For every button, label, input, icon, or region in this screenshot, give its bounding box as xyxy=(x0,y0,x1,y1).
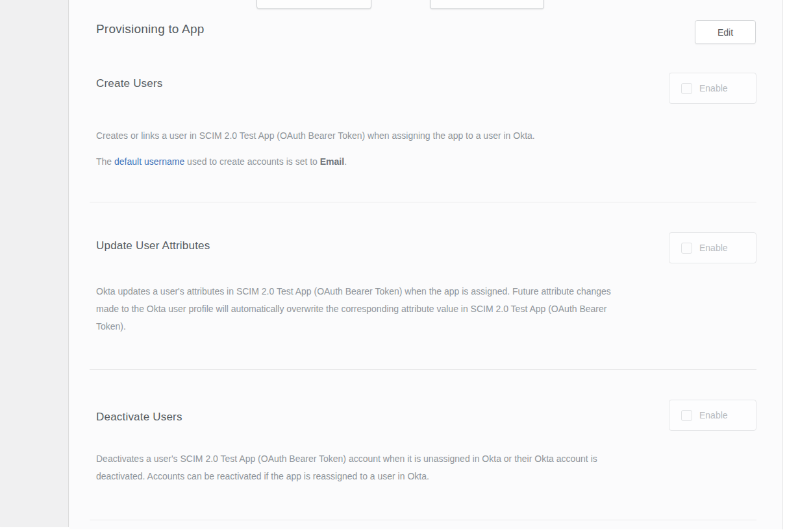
enable-checkbox-update-user-attributes[interactable] xyxy=(681,243,692,254)
enable-label: Enable xyxy=(699,410,728,420)
provisioning-settings-page: Provisioning to App Edit Create Users En… xyxy=(0,0,787,532)
left-sidebar-strip xyxy=(0,0,69,527)
section-title-create-users: Create Users xyxy=(96,77,163,90)
cropped-input-box-right[interactable] xyxy=(430,0,544,9)
default-username-link[interactable]: default username xyxy=(114,156,184,167)
enable-label: Enable xyxy=(699,83,728,93)
cropped-input-box-left[interactable] xyxy=(256,0,371,9)
username-value: Email xyxy=(320,156,344,167)
enable-checkbox-deactivate-users[interactable] xyxy=(681,410,692,421)
enable-toggle-create-users[interactable]: Enable xyxy=(669,73,756,104)
section-title-update-user-attributes: Update User Attributes xyxy=(96,239,210,252)
edit-button[interactable]: Edit xyxy=(695,20,756,44)
section-divider xyxy=(90,202,756,202)
enable-toggle-deactivate-users[interactable]: Enable xyxy=(669,400,756,431)
update-user-attributes-description: Okta updates a user's attributes in SCIM… xyxy=(96,283,779,335)
enable-toggle-update-user-attributes[interactable]: Enable xyxy=(669,232,756,263)
create-users-username-line: The default username used to create acco… xyxy=(96,153,779,171)
enable-label: Enable xyxy=(699,243,728,253)
username-line-middle: used to create accounts is set to xyxy=(184,156,320,167)
page-title: Provisioning to App xyxy=(96,22,204,36)
create-users-description: Creates or links a user in SCIM 2.0 Test… xyxy=(96,127,779,145)
username-line-prefix: The xyxy=(96,156,114,167)
section-divider xyxy=(90,369,756,370)
section-title-deactivate-users: Deactivate Users xyxy=(96,411,182,424)
enable-checkbox-create-users[interactable] xyxy=(681,83,692,94)
section-divider xyxy=(90,520,756,520)
deactivate-users-description: Deactivates a user's SCIM 2.0 Test App (… xyxy=(96,450,779,485)
username-line-suffix: . xyxy=(344,156,347,167)
provisioning-panel: Provisioning to App Edit Create Users En… xyxy=(69,0,783,529)
